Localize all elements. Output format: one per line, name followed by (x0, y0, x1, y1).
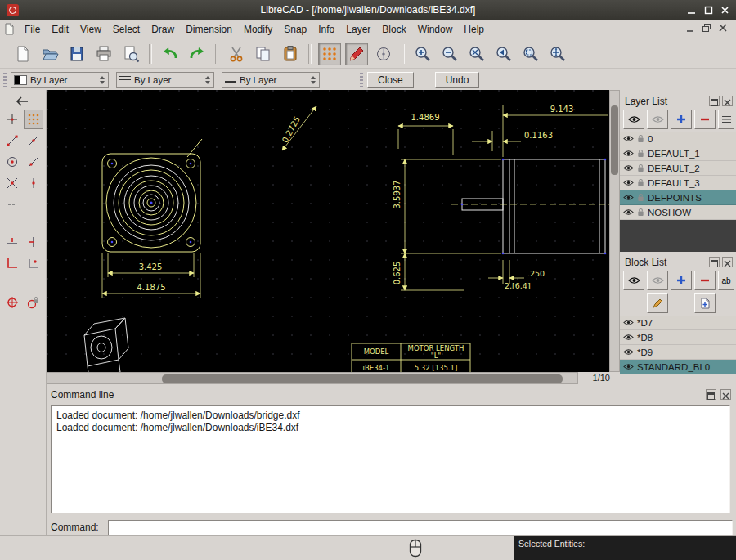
layer-row[interactable]: NOSHOW (620, 205, 736, 220)
layer-row[interactable]: 0 (620, 132, 736, 146)
menu-snap[interactable]: Snap (278, 22, 312, 37)
dim-6-4: 2,[6,4] (505, 281, 531, 290)
pen-width-combo[interactable]: By Layer (116, 72, 214, 88)
print-button[interactable] (92, 43, 115, 65)
open-file-button[interactable] (38, 43, 61, 65)
pen-linetype-combo[interactable]: By Layer (222, 72, 320, 88)
rename-block-button[interactable]: ab (718, 271, 734, 290)
cad-drawing[interactable]: 3.425 4.1875 0.2725 1.4869 9.143 (47, 90, 609, 372)
show-all-layers-button[interactable] (623, 110, 644, 129)
layer-row[interactable]: DEFAULT_1 (620, 146, 736, 161)
menu-file[interactable]: File (19, 22, 46, 37)
layer-row[interactable]: DEFAULT_2 (620, 161, 736, 176)
menu-select[interactable]: Select (107, 22, 146, 37)
menu-view[interactable]: View (74, 22, 107, 37)
snap-free-button[interactable] (2, 110, 22, 129)
close-action-button[interactable]: Close (367, 72, 414, 88)
block-row[interactable]: *D8 (620, 330, 736, 345)
mdi-restore-button[interactable] (699, 23, 713, 36)
snap-distance-button[interactable] (24, 152, 43, 172)
zoom-window-button[interactable] (519, 43, 542, 65)
window-close-button[interactable] (718, 3, 732, 17)
edit-block-button[interactable] (647, 293, 668, 313)
pen-color-combo[interactable]: By Layer (11, 72, 109, 88)
block-row[interactable]: *D9 (620, 345, 736, 360)
snap-intersection-button[interactable] (2, 173, 22, 193)
restrict-nothing-button[interactable] (2, 195, 22, 214)
restrict-vertical-button[interactable] (24, 232, 43, 252)
vertical-scrollbar-thumb[interactable] (611, 105, 618, 175)
menu-edit[interactable]: Edit (46, 22, 74, 37)
undo-button[interactable] (159, 43, 182, 65)
zoom-auto-button[interactable] (465, 43, 488, 65)
menu-layer[interactable]: Layer (340, 22, 376, 37)
horizontal-scrollbar[interactable] (47, 372, 578, 384)
layer-row-selected[interactable]: DEFPOINTS (620, 190, 736, 205)
toolbar-handle[interactable] (360, 73, 363, 87)
remove-layer-button[interactable] (694, 110, 716, 129)
toolbar-handle[interactable] (3, 73, 7, 87)
layer-list-close-button[interactable] (722, 96, 733, 106)
paste-button[interactable] (279, 43, 302, 65)
cut-button[interactable] (225, 43, 248, 65)
menu-help[interactable]: Help (458, 22, 490, 37)
restrict-horizontal-button[interactable] (2, 232, 22, 252)
add-block-button[interactable] (671, 271, 692, 290)
set-relative-zero-button[interactable] (2, 293, 22, 312)
isometric-grid-button[interactable] (372, 43, 395, 65)
snap-middle-button[interactable] (24, 173, 43, 193)
options-toolbar: By Layer By Layer By Layer Close Undo (0, 69, 736, 90)
window-minimize-button[interactable] (684, 3, 698, 17)
vertical-scrollbar[interactable] (609, 90, 620, 372)
layer-row[interactable]: DEFAULT_3 (620, 176, 736, 190)
save-file-button[interactable] (65, 43, 88, 65)
menu-draw[interactable]: Draw (146, 22, 180, 37)
mdi-minimize-button[interactable] (683, 23, 697, 36)
layer-list-float-button[interactable] (709, 96, 720, 106)
menu-dimension[interactable]: Dimension (180, 22, 238, 37)
block-row-selected[interactable]: STANDARD_BL0 (620, 360, 736, 374)
snap-grid-toggle-button[interactable] (318, 43, 341, 65)
window-maximize-button[interactable] (702, 3, 716, 17)
menu-block[interactable]: Block (376, 22, 411, 37)
snap-grid-button[interactable] (24, 110, 43, 129)
command-history[interactable]: Loaded document: /home/jlwallen/Download… (51, 405, 730, 513)
menu-window[interactable]: Window (412, 22, 459, 37)
menu-info[interactable]: Info (312, 22, 340, 37)
zoom-previous-button[interactable] (492, 43, 515, 65)
snap-coordinate-button[interactable] (24, 253, 43, 273)
draft-mode-toggle-button[interactable] (345, 43, 368, 65)
undo-action-button[interactable]: Undo (435, 72, 480, 88)
mdi-close-button[interactable] (716, 23, 729, 36)
copy-button[interactable] (252, 43, 275, 65)
hide-all-layers-button[interactable] (647, 110, 668, 129)
drawing-area[interactable]: 3.425 4.1875 0.2725 1.4869 9.143 (47, 90, 609, 372)
insert-block-button[interactable] (694, 293, 716, 313)
zoom-pan-button[interactable] (546, 43, 569, 65)
snap-endpoint-button[interactable] (2, 131, 22, 150)
title-bar: LibreCAD - [/home/jlwallen/Downloads/iBE… (0, 0, 736, 20)
block-list-close-button[interactable] (722, 257, 733, 267)
zoom-in-button[interactable] (411, 43, 434, 65)
add-layer-button[interactable] (671, 110, 692, 129)
command-line-close-button[interactable] (720, 389, 731, 400)
block-list-float-button[interactable] (709, 257, 720, 267)
back-button[interactable] (12, 92, 32, 111)
horizontal-scrollbar-thumb[interactable] (162, 374, 563, 383)
show-all-blocks-button[interactable] (623, 271, 644, 290)
restrict-orthogonal-button[interactable] (2, 253, 22, 273)
hide-all-blocks-button[interactable] (647, 271, 668, 290)
zoom-out-button[interactable] (438, 43, 461, 65)
menu-modify[interactable]: Modify (238, 22, 278, 37)
snap-center-button[interactable] (2, 152, 22, 172)
lock-relative-zero-button[interactable] (24, 293, 43, 312)
new-document-button[interactable] (11, 43, 34, 65)
block-row[interactable]: *D7 (620, 316, 736, 330)
remove-block-button[interactable] (694, 271, 716, 290)
snap-on-entity-button[interactable] (24, 131, 43, 150)
print-preview-button[interactable] (119, 43, 142, 65)
layer-attributes-button[interactable] (718, 110, 734, 129)
command-line-float-button[interactable] (706, 389, 716, 400)
redo-button[interactable] (186, 43, 209, 65)
command-input[interactable] (108, 520, 733, 536)
